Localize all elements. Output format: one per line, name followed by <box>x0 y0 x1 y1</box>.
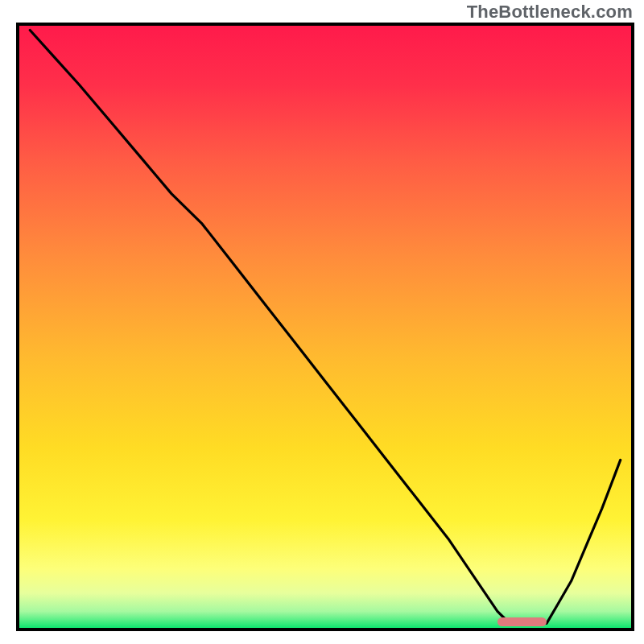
bottleneck-chart <box>0 0 644 644</box>
plot-background <box>18 24 633 630</box>
trough-marker <box>497 617 547 626</box>
chart-container: TheBottleneck.com <box>0 0 644 644</box>
